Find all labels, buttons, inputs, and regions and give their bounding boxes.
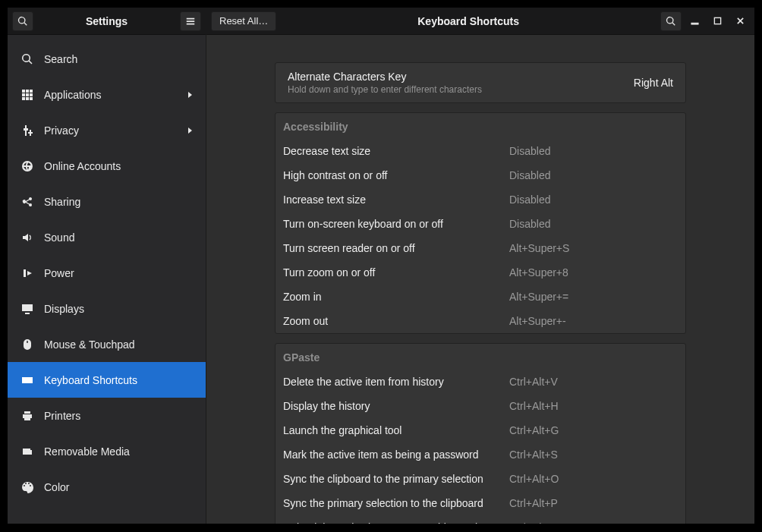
sidebar-item-removable-media[interactable]: Removable Media: [8, 433, 206, 469]
shortcut-label: Turn on-screen keyboard on or off: [283, 218, 509, 230]
close-button[interactable]: [730, 12, 750, 30]
content-area: Alternate Characters Key Hold down and t…: [206, 35, 754, 524]
shortcut-value: Disabled: [509, 194, 550, 206]
sidebar-item-label: Sound: [44, 231, 194, 244]
svg-rect-0: [691, 23, 697, 24]
sidebar-item-label: Sharing: [44, 196, 194, 208]
shortcut-label: High contrast on or off: [283, 169, 509, 181]
sidebar-item-mouse-touchpad[interactable]: Mouse & Touchpad: [8, 326, 206, 362]
shortcut-label: Display the history: [283, 400, 509, 412]
shortcut-row[interactable]: Sync the clipboard to the primary select…: [276, 467, 685, 491]
sidebar-item-label: Keyboard Shortcuts: [44, 374, 194, 386]
maximize-button[interactable]: [707, 12, 727, 30]
shortcut-value: Ctrl+Alt+S: [509, 449, 558, 461]
sidebar-item-label: Removable Media: [44, 445, 194, 458]
reset-all-button[interactable]: Reset All…: [211, 11, 276, 31]
display-icon: [20, 303, 35, 315]
sidebar-item-label: Applications: [44, 89, 186, 101]
shortcut-row[interactable]: Launch the graphical toolCtrl+Alt+G: [276, 418, 685, 442]
sidebar-item-sharing[interactable]: Sharing: [8, 184, 206, 219]
close-icon: [736, 17, 745, 25]
sidebar-search-button[interactable]: [12, 11, 33, 31]
online-icon: [20, 160, 35, 172]
shortcut-value: Alt+Super+-: [509, 315, 566, 327]
search-icon: [666, 16, 676, 27]
keyboard-icon: [20, 374, 35, 386]
sidebar-item-applications[interactable]: Applications: [8, 77, 206, 112]
search-icon: [17, 16, 28, 27]
alternate-characters-key-row[interactable]: Alternate Characters Key Hold down and t…: [275, 62, 686, 103]
sidebar-item-label: Power: [44, 267, 194, 279]
hamburger-button[interactable]: [180, 11, 201, 31]
shortcut-label: Sync the primary selection to the clipbo…: [283, 497, 509, 509]
shortcut-row[interactable]: Turn screen reader on or offAlt+Super+S: [276, 236, 685, 260]
hamburger-icon: [185, 16, 196, 27]
section-header: GPaste: [276, 344, 685, 370]
sidebar-list: SearchApplicationsPrivacyOnline Accounts…: [8, 35, 206, 524]
main-search-button[interactable]: [660, 11, 682, 31]
shortcut-value: Ctrl+Alt+H: [509, 400, 559, 412]
shortcut-row[interactable]: High contrast on or offDisabled: [276, 163, 685, 187]
sidebar-item-sound[interactable]: Sound: [8, 219, 206, 255]
shortcut-value: Ctrl+Alt+G: [509, 424, 559, 436]
shortcut-row[interactable]: Delete the active item from historyCtrl+…: [276, 370, 685, 394]
main-panel: Reset All… Keyboard Shortcuts Alternate …: [206, 8, 754, 524]
section-accessibility: AccessibilityDecrease text sizeDisabledH…: [275, 112, 686, 334]
shortcut-value: Disabled: [509, 145, 550, 157]
sidebar-item-printers[interactable]: Printers: [8, 398, 206, 433]
sidebar-item-label: Search: [44, 53, 194, 65]
apps-icon: [20, 89, 35, 101]
sidebar-item-label: Online Accounts: [44, 160, 194, 172]
altkey-title: Alternate Characters Key: [288, 71, 634, 83]
sidebar-item-online-accounts[interactable]: Online Accounts: [8, 148, 206, 184]
page-title: Keyboard Shortcuts: [276, 15, 660, 27]
mouse-icon: [20, 338, 35, 351]
chevron-right-icon: [186, 124, 194, 137]
media-icon: [20, 445, 35, 458]
power-icon: [20, 267, 35, 279]
shortcut-value: Disabled: [509, 218, 550, 230]
shortcut-row[interactable]: Turn zoom on or offAlt+Super+8: [276, 260, 685, 285]
shortcut-row[interactable]: Increase text sizeDisabled: [276, 187, 685, 212]
altkey-text: Alternate Characters Key Hold down and t…: [288, 71, 634, 95]
shortcut-row[interactable]: Turn on-screen keyboard on or offDisable…: [276, 212, 685, 236]
shortcut-value: Alt+Super+8: [509, 266, 568, 279]
sidebar-item-label: Color: [44, 481, 194, 493]
window-controls: [685, 12, 750, 30]
shortcut-label: Decrease text size: [283, 145, 509, 157]
shortcut-row[interactable]: Upload the active item to a pastebin ser…: [276, 515, 685, 524]
minimize-button[interactable]: [685, 12, 704, 30]
printer-icon: [20, 410, 35, 422]
shortcut-row[interactable]: Zoom inAlt+Super+=: [276, 285, 685, 309]
shortcut-label: Turn screen reader on or off: [283, 242, 509, 254]
share-icon: [20, 196, 35, 208]
minimize-icon: [691, 17, 699, 25]
sidebar-item-search[interactable]: Search: [8, 41, 206, 77]
shortcut-row[interactable]: Decrease text sizeDisabled: [276, 139, 685, 163]
sidebar-title: Settings: [33, 15, 180, 27]
shortcut-row[interactable]: Display the historyCtrl+Alt+H: [276, 394, 685, 418]
sidebar-item-label: Privacy: [44, 124, 186, 137]
sidebar-item-power[interactable]: Power: [8, 255, 206, 291]
shortcut-label: Zoom out: [283, 315, 509, 327]
shortcut-row[interactable]: Zoom outAlt+Super+-: [276, 309, 685, 333]
shortcut-value: Alt+Super+=: [509, 291, 568, 303]
shortcut-row[interactable]: Mark the active item as being a password…: [276, 442, 685, 467]
shortcut-value: Ctrl+Alt+O: [509, 473, 559, 485]
sidebar-item-displays[interactable]: Displays: [8, 291, 206, 326]
sidebar-item-privacy[interactable]: Privacy: [8, 112, 206, 148]
shortcut-label: Upload the active item to a pastebin ser…: [283, 521, 509, 524]
shortcut-label: Turn zoom on or off: [283, 266, 509, 279]
chevron-right-icon: [186, 89, 194, 101]
sidebar-item-keyboard-shortcuts[interactable]: Keyboard Shortcuts: [8, 362, 206, 398]
sidebar-item-color[interactable]: Color: [8, 469, 206, 505]
shortcut-label: Delete the active item from history: [283, 376, 509, 388]
sidebar-item-label: Displays: [44, 303, 194, 315]
svg-rect-1: [714, 17, 720, 24]
color-icon: [20, 481, 35, 493]
shortcut-label: Launch the graphical tool: [283, 424, 509, 436]
sidebar-header: Settings: [8, 8, 206, 35]
shortcut-label: Mark the active item as being a password: [283, 449, 509, 461]
shortcut-row[interactable]: Sync the primary selection to the clipbo…: [276, 491, 685, 515]
privacy-icon: [20, 124, 35, 137]
